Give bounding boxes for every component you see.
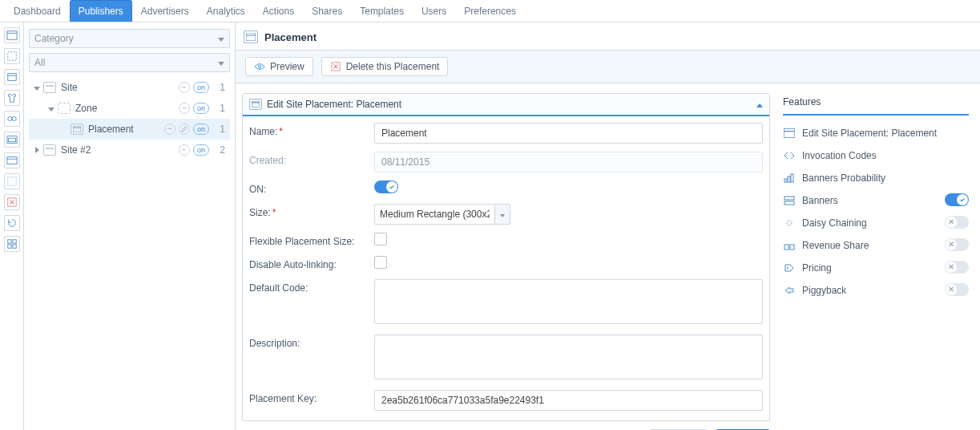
tool-grid-icon[interactable]	[4, 236, 20, 252]
feature-edit-site-placement[interactable]: Edit Site Placement: Placement	[783, 122, 969, 144]
feature-label: Revenue Share	[802, 240, 869, 251]
remove-button[interactable]: −	[179, 144, 190, 156]
remove-button[interactable]: −	[164, 124, 175, 135]
panel-header[interactable]: Edit Site Placement: Placement	[243, 94, 769, 116]
tool-tshirt-icon[interactable]	[4, 90, 20, 106]
expander-icon[interactable]	[32, 144, 42, 156]
svg-rect-11	[7, 177, 16, 186]
status-toggle-on[interactable]: on	[193, 103, 209, 114]
name-input[interactable]	[374, 123, 763, 144]
feature-pricing[interactable]: Pricing ✕	[783, 257, 969, 279]
tool-window2-icon[interactable]	[4, 152, 20, 168]
tab-advertisers[interactable]: Advertisers	[132, 0, 198, 22]
preview-button-label: Preview	[270, 61, 304, 72]
tool-delete-icon[interactable]	[4, 194, 20, 210]
preview-button[interactable]: Preview	[245, 57, 313, 76]
on-label: ON:	[249, 181, 374, 195]
tree: Site − on 1 Zone − on 1	[29, 77, 230, 160]
feature-banners[interactable]: Banners	[783, 189, 969, 212]
svg-rect-0	[6, 31, 16, 40]
zone-node-icon	[58, 103, 71, 114]
tab-actions[interactable]: Actions	[254, 0, 303, 22]
svg-point-34	[787, 221, 792, 225]
expander-icon[interactable]	[46, 103, 56, 114]
feature-toggle[interactable]: ✕	[945, 283, 969, 296]
on-toggle[interactable]	[374, 181, 398, 193]
placement-icon	[244, 30, 258, 43]
feature-toggle[interactable]	[945, 193, 969, 206]
svg-point-5	[7, 116, 11, 120]
svg-rect-9	[6, 157, 16, 164]
status-toggle-on[interactable]: on	[193, 144, 209, 156]
svg-point-23	[258, 65, 261, 68]
tree-row-label: Site #2	[61, 144, 91, 156]
created-label: Created:	[249, 152, 374, 166]
svg-rect-8	[8, 138, 15, 141]
tab-publishers[interactable]: Publishers	[70, 0, 132, 22]
tree-row-site[interactable]: Site − on 1	[29, 77, 230, 98]
feature-banners-probability[interactable]: Banners Probability	[783, 167, 969, 189]
tab-users[interactable]: Users	[413, 0, 455, 22]
edit-button[interactable]	[179, 124, 190, 135]
feature-invocation-codes[interactable]: Invocation Codes	[783, 144, 969, 167]
tree-row-placement[interactable]: Placement − on 1	[29, 119, 230, 140]
features-panel: Features Edit Site Placement: Placement …	[783, 93, 969, 430]
left-toolbar	[0, 22, 24, 430]
form-actions: Reset Save	[242, 421, 770, 430]
code-icon	[783, 149, 796, 162]
tool-zone-icon[interactable]	[4, 48, 20, 64]
description-input[interactable]	[374, 335, 763, 379]
flex-checkbox[interactable]	[374, 233, 387, 245]
svg-rect-21	[246, 33, 256, 41]
tool-placement-icon[interactable]	[4, 69, 20, 85]
placement-key-input[interactable]	[374, 390, 763, 411]
filter-dropdown[interactable]: All	[29, 53, 230, 72]
feature-toggle[interactable]: ✕	[945, 238, 969, 251]
chevron-down-icon	[218, 33, 224, 44]
category-dropdown[interactable]: Category	[29, 29, 230, 48]
delete-icon	[330, 62, 341, 71]
collapse-icon[interactable]	[756, 99, 763, 110]
tool-selection-icon[interactable]	[4, 173, 20, 189]
tree-row-label: Zone	[75, 103, 97, 114]
feature-label: Pricing	[802, 262, 832, 274]
feature-label: Banners Probability	[802, 172, 885, 184]
feature-toggle[interactable]: ✕	[945, 261, 969, 274]
tool-refresh-icon[interactable]	[4, 215, 20, 231]
tab-preferences[interactable]: Preferences	[455, 0, 525, 22]
tab-shares[interactable]: Shares	[303, 0, 351, 22]
tab-analytics[interactable]: Analytics	[198, 0, 254, 22]
tab-dashboard[interactable]: Dashboard	[5, 0, 70, 22]
chevron-down-icon	[218, 57, 224, 68]
default-code-input[interactable]	[374, 279, 763, 324]
tool-chain-icon[interactable]	[4, 111, 20, 127]
status-toggle-on[interactable]: on	[193, 124, 209, 135]
tree-row-site2[interactable]: Site #2 − on 2	[29, 140, 230, 160]
feature-daisy-chaining[interactable]: Daisy Chaining ✕	[783, 212, 969, 234]
disable-autolink-checkbox[interactable]	[374, 256, 387, 269]
default-code-label: Default Code:	[249, 279, 374, 294]
status-toggle-on[interactable]: on	[193, 82, 209, 93]
size-select-trigger[interactable]	[494, 204, 510, 225]
svg-rect-35	[784, 245, 794, 249]
tool-window-icon[interactable]	[4, 132, 20, 148]
remove-button[interactable]: −	[179, 103, 190, 114]
feature-revenue-share[interactable]: Revenue Share ✕	[783, 234, 969, 257]
tool-site-icon[interactable]	[4, 27, 20, 43]
feature-toggle[interactable]: ✕	[945, 216, 969, 229]
expander-icon[interactable]	[32, 82, 42, 93]
feature-piggyback[interactable]: Piggyback ✕	[783, 279, 969, 302]
size-select[interactable]	[374, 204, 494, 225]
svg-rect-33	[784, 201, 794, 205]
tree-row-zone[interactable]: Zone − on 1	[29, 98, 230, 119]
panel-title: Edit Site Placement: Placement	[267, 99, 401, 110]
placement-node-icon	[71, 124, 83, 135]
features-title: Features	[783, 93, 969, 116]
delete-button[interactable]: Delete this Placement	[321, 57, 449, 76]
remove-button[interactable]: −	[179, 82, 190, 93]
svg-rect-32	[784, 197, 794, 200]
feature-label: Invocation Codes	[802, 150, 877, 161]
feature-label: Banners	[802, 195, 838, 206]
delete-button-label: Delete this Placement	[346, 61, 440, 72]
tab-templates[interactable]: Templates	[351, 0, 413, 22]
